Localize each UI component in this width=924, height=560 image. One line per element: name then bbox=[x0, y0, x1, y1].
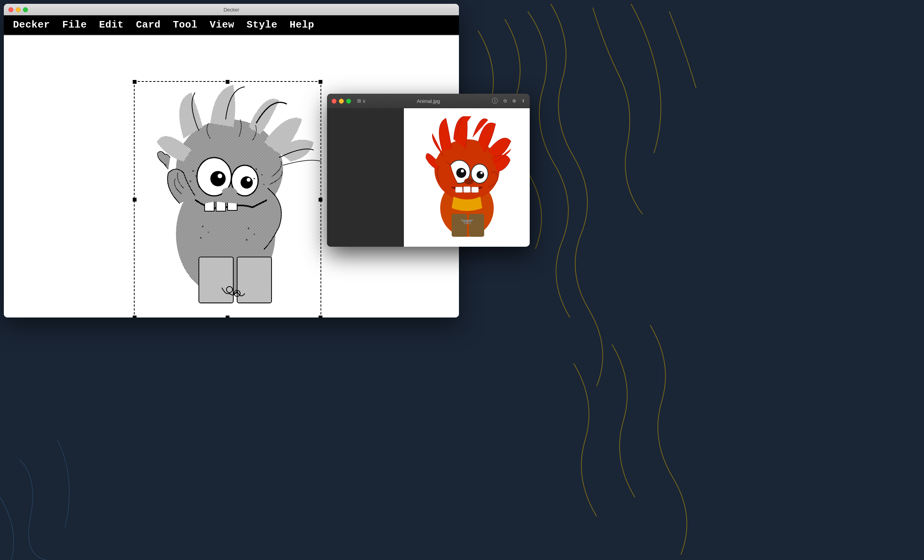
menu-file[interactable]: File bbox=[56, 18, 93, 32]
zoom-in-icon[interactable]: ⊕ bbox=[512, 97, 516, 105]
svg-point-30 bbox=[262, 174, 263, 176]
preview-minimize-button[interactable] bbox=[339, 99, 344, 104]
svg-point-19 bbox=[247, 178, 251, 182]
preview-title: Animal.jpg bbox=[417, 98, 440, 104]
window-title: Decker bbox=[223, 7, 239, 13]
svg-point-44 bbox=[456, 168, 466, 178]
preview-titlebar: ⊞ ∨ Animal.jpg ⓘ ⊖ ⊕ ⬆ bbox=[327, 94, 530, 108]
preview-toolbar: ⓘ ⊖ ⊕ ⬆ bbox=[492, 97, 525, 105]
svg-point-18 bbox=[218, 174, 222, 178]
traffic-lights bbox=[8, 7, 28, 12]
svg-point-27 bbox=[190, 181, 191, 182]
maximize-button[interactable] bbox=[23, 7, 28, 12]
window-titlebar: Decker bbox=[4, 4, 459, 15]
preview-window: ⊞ ∨ Animal.jpg ⓘ ⊖ ⊕ ⬆ bbox=[327, 94, 530, 247]
svg-rect-20 bbox=[199, 257, 233, 303]
muppet-dithered-svg bbox=[134, 81, 321, 317]
zoom-out-icon[interactable]: ⊖ bbox=[503, 97, 507, 105]
svg-point-33 bbox=[202, 226, 203, 227]
svg-point-36 bbox=[248, 228, 249, 229]
sidebar-chevron-icon[interactable]: ∨ bbox=[363, 98, 366, 104]
svg-rect-49 bbox=[455, 187, 462, 192]
svg-point-24 bbox=[222, 187, 237, 197]
minimize-button[interactable] bbox=[16, 7, 21, 12]
svg-point-16 bbox=[210, 171, 226, 186]
svg-point-35 bbox=[200, 237, 202, 239]
info-icon[interactable]: ⓘ bbox=[492, 97, 498, 105]
svg-rect-52 bbox=[452, 214, 467, 237]
menu-tool[interactable]: Tool bbox=[167, 18, 203, 32]
menu-bar: Decker File Edit Card Tool View Style He… bbox=[4, 15, 459, 35]
menu-style[interactable]: Style bbox=[241, 18, 284, 32]
animal-color-svg bbox=[423, 116, 511, 239]
svg-point-31 bbox=[254, 178, 255, 179]
svg-point-17 bbox=[241, 176, 253, 189]
menu-view[interactable]: View bbox=[203, 18, 240, 32]
svg-point-46 bbox=[461, 169, 464, 173]
svg-point-25 bbox=[192, 170, 194, 172]
sidebar-toggle-icon[interactable]: ⊞ bbox=[357, 97, 361, 105]
preview-image-area bbox=[404, 108, 530, 247]
svg-rect-50 bbox=[464, 187, 470, 192]
preview-maximize-button[interactable] bbox=[346, 99, 351, 104]
preview-sidebar bbox=[327, 108, 404, 247]
preview-traffic-lights bbox=[332, 99, 351, 104]
svg-point-29 bbox=[255, 168, 257, 170]
menu-decker[interactable]: Decker bbox=[7, 18, 56, 32]
svg-point-48 bbox=[464, 178, 473, 184]
svg-point-26 bbox=[195, 176, 197, 177]
svg-point-47 bbox=[480, 172, 483, 174]
svg-point-56 bbox=[435, 157, 447, 166]
share-icon[interactable]: ⬆ bbox=[521, 97, 525, 105]
close-button[interactable] bbox=[8, 7, 13, 12]
svg-point-34 bbox=[208, 232, 209, 233]
svg-rect-53 bbox=[469, 214, 484, 237]
svg-point-32 bbox=[264, 184, 265, 185]
menu-card[interactable]: Card bbox=[130, 18, 166, 32]
dithered-image[interactable] bbox=[134, 81, 321, 317]
menu-edit[interactable]: Edit bbox=[93, 18, 130, 32]
preview-close-button[interactable] bbox=[332, 99, 337, 104]
svg-rect-51 bbox=[472, 187, 478, 192]
svg-point-45 bbox=[477, 171, 484, 179]
menu-help[interactable]: Help bbox=[283, 18, 320, 32]
preview-content bbox=[327, 108, 530, 247]
svg-point-28 bbox=[198, 186, 200, 187]
svg-point-37 bbox=[254, 234, 255, 235]
svg-point-38 bbox=[246, 239, 247, 241]
